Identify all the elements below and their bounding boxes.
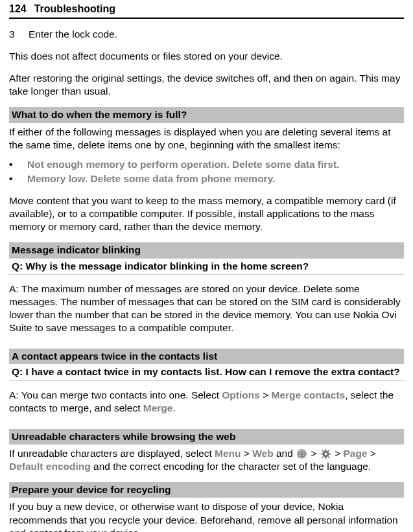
svg-rect-14	[328, 457, 330, 459]
menu-path-web: Web	[252, 448, 273, 459]
bullet-item: • Not enough memory to perform operation…	[9, 158, 404, 171]
section-heading-msg-indicator: Message indicator blinking	[9, 242, 404, 258]
answer-msg-indicator: A: The maximum number of messages are st…	[9, 283, 404, 335]
svg-rect-8	[325, 457, 326, 459]
and-text: and	[274, 448, 296, 459]
separator: >	[260, 389, 272, 400]
separator: >	[241, 448, 253, 459]
menu-path-page: Page	[344, 448, 368, 459]
section-heading-recycling: Prepare your device for recycling	[9, 482, 404, 498]
unreadable-post-text: and the correct encoding for the charact…	[91, 461, 372, 472]
menu-path-merge: Merge	[143, 402, 173, 413]
svg-rect-9	[321, 454, 323, 455]
intro-paragraph-1: This does not affect documents or files …	[9, 50, 404, 63]
memory-full-p1: If either of the following messages is d…	[9, 126, 404, 152]
step-row: 3 Enter the lock code.	[9, 28, 404, 41]
section-heading-unreadable: Unreadable characters while browsing the…	[9, 429, 404, 445]
separator: >	[368, 448, 376, 459]
page-number: 124	[9, 3, 27, 16]
gear-icon	[320, 448, 331, 459]
bullet-item: • Memory low. Delete some data from phon…	[9, 172, 404, 185]
section-heading-contact-twice: A contact appears twice in the contacts …	[9, 349, 404, 364]
bullet-dot-icon: •	[9, 172, 16, 185]
svg-rect-10	[329, 454, 331, 455]
bullet-list: • Not enough memory to perform operation…	[9, 158, 404, 185]
bullet-text: Memory low. Delete some data from phone …	[27, 172, 275, 185]
unreadable-paragraph: If unreadable characters are displayed, …	[9, 447, 404, 473]
separator: >	[308, 448, 320, 459]
chapter-title: Troubleshooting	[34, 3, 115, 16]
memory-full-p2: Move content that you want to keep to th…	[9, 194, 404, 233]
menu-path-options: Options	[222, 389, 260, 400]
menu-path-default-encoding: Default encoding	[9, 461, 91, 472]
question-contact-twice: Q: I have a contact twice in my contacts…	[9, 364, 404, 380]
svg-rect-7	[325, 449, 326, 451]
answer-end-text: .	[172, 402, 175, 413]
svg-rect-11	[322, 450, 324, 452]
answer-contact-twice: A: You can merge two contacts into one. …	[9, 389, 404, 415]
bullet-dot-icon: •	[9, 158, 16, 171]
answer-pre-text: A: You can merge two contacts into one. …	[9, 389, 222, 400]
svg-rect-13	[322, 457, 324, 459]
intro-paragraph-2: After restoring the original settings, t…	[9, 72, 404, 98]
page-container: 124 Troubleshooting 3 Enter the lock cod…	[0, 0, 413, 532]
question-msg-indicator: Q: Why is the message indicator blinking…	[9, 259, 404, 275]
section-heading-memory-full: What to do when the memory is full?	[9, 107, 404, 122]
page-header: 124 Troubleshooting	[9, 0, 404, 19]
menu-path-merge-contacts: Merge contacts	[272, 389, 346, 400]
bullet-text: Not enough memory to perform operation. …	[27, 158, 339, 171]
menu-path-menu: Menu	[215, 448, 241, 459]
step-text: Enter the lock code.	[29, 28, 117, 41]
separator: >	[332, 448, 344, 459]
recycling-paragraph: If you buy a new device, or otherwise wa…	[9, 500, 404, 532]
globe-icon	[296, 448, 307, 459]
unreadable-pre-text: If unreadable characters are displayed, …	[9, 448, 215, 459]
svg-rect-12	[328, 450, 330, 452]
svg-point-15	[324, 453, 327, 456]
step-number: 3	[9, 28, 17, 41]
